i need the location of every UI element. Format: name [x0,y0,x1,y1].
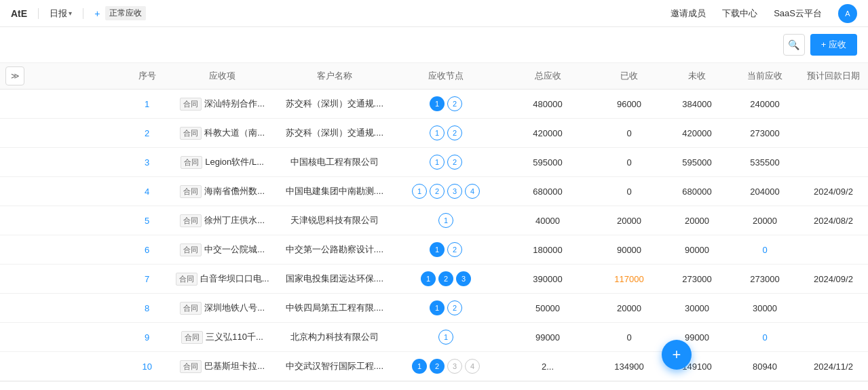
fab-add-button[interactable]: + [662,340,692,370]
row-seq[interactable]: 1 [127,90,168,119]
row-paid: 0 [595,177,663,206]
node-circle[interactable]: 3 [447,184,462,199]
row-type: 合同深汕特别合作... [168,90,278,119]
row-unpaid: 384000 [663,90,731,119]
row-seq[interactable]: 6 [127,235,168,265]
row-seq[interactable]: 2 [127,119,168,148]
row-paid: 20000 [595,206,663,235]
node-circle[interactable]: 1 [430,242,445,257]
row-current: 30000 [731,294,799,323]
row-client: 天津锐思科技有限公司 [278,206,392,235]
expand-toggle[interactable]: ≫ [5,66,24,85]
row-unpaid: 595000 [663,148,731,177]
node-circle[interactable]: 1 [412,359,427,374]
row-expand [0,352,127,381]
node-circle[interactable]: 1 [430,96,445,111]
row-seq[interactable]: 10 [127,352,168,381]
col-type: 应收项 [168,63,278,90]
download-center-link[interactable]: 下载中心 [722,7,757,20]
node-circle[interactable]: 1 [438,213,453,228]
pagination: 共 148 条 20条/页 50条/页 100条/页 ‹ 1 2 3 4 5 6… [0,381,868,390]
node-circle[interactable]: 4 [465,184,480,199]
row-expand [0,265,127,294]
row-unpaid: 273000 [663,265,731,294]
row-client: 国家电投集团远达环保.... [278,265,392,294]
node-circle[interactable]: 1 [438,330,453,345]
table-row: 3合同Legion软件/L...中国核电工程有限公司12595000059500… [0,148,868,177]
header-divider [38,8,39,19]
row-date: 2024/09/2 [799,177,868,206]
row-seq[interactable]: 4 [127,177,168,206]
node-circle[interactable]: 4 [465,359,480,374]
daily-menu[interactable]: 日报 ▾ [50,7,72,20]
node-circle[interactable]: 2 [447,242,462,257]
toolbar: 🔍 + 应收 [0,27,868,63]
receivable-table: ≫ 序号 应收项 客户名称 应收节点 总应收 已收 未收 当前应收 预计回款日期… [0,63,868,381]
search-button[interactable]: 🔍 [783,34,805,56]
node-circle[interactable]: 2 [447,300,462,315]
row-expand [0,294,127,323]
node-circle[interactable]: 3 [456,271,471,286]
row-nodes: 12 [392,235,500,265]
node-circle[interactable]: 3 [447,359,462,374]
row-total: 480000 [500,90,595,119]
node-circle[interactable]: 2 [447,96,462,111]
row-unpaid: 420000 [663,119,731,148]
row-type: 合同海南省儋州数... [168,177,278,206]
row-expand [0,206,127,235]
row-current: 80940 [731,352,799,381]
row-nodes: 123 [392,265,500,294]
node-circle[interactable]: 1 [430,155,445,170]
row-paid: 134900 [595,352,663,381]
expand-column: ≫ [0,63,127,90]
node-circle[interactable]: 1 [412,184,427,199]
row-unpaid: 20000 [663,206,731,235]
row-nodes: 1 [392,323,500,352]
node-circle[interactable]: 1 [421,271,436,286]
node-circle[interactable]: 2 [430,184,445,199]
row-client: 苏交科（深圳）交通规.... [278,90,392,119]
col-total: 已收 [595,63,663,90]
row-current: 273000 [731,119,799,148]
row-seq[interactable]: 3 [127,148,168,177]
avatar[interactable]: A [838,4,857,23]
saas-platform-link[interactable]: SaaS云平台 [774,7,822,20]
node-circle[interactable]: 2 [447,155,462,170]
row-date: 2024/08/2 [799,206,868,235]
row-current: 204000 [731,177,799,206]
node-circle[interactable]: 1 [430,300,445,315]
table-row: 8合同深圳地铁八号...中铁四局第五工程有限....12500002000030… [0,294,868,323]
row-total: 390000 [500,265,595,294]
row-unpaid: 680000 [663,177,731,206]
row-nodes: 1 [392,206,500,235]
row-total: 420000 [500,119,595,148]
row-date [799,235,868,265]
row-client: 中交第一公路勘察设计.... [278,235,392,265]
row-date: 2024/09/2 [799,265,868,294]
table-body: 1合同深汕特别合作...苏交科（深圳）交通规....12480000960003… [0,90,868,381]
row-unpaid: 90000 [663,235,731,265]
row-seq[interactable]: 9 [127,323,168,352]
row-current: 20000 [731,206,799,235]
row-nodes: 12 [392,90,500,119]
node-circle[interactable]: 1 [430,125,445,140]
row-paid: 90000 [595,235,663,265]
add-normal-receivable-icon[interactable]: + [94,8,100,19]
col-node: 总应收 [500,63,595,90]
table-row: 1合同深汕特别合作...苏交科（深圳）交通规....12480000960003… [0,90,868,119]
row-client: 北京构力科技有限公司 [278,323,392,352]
row-nodes: 12 [392,119,500,148]
node-circle[interactable]: 2 [430,359,445,374]
node-circle[interactable]: 2 [447,125,462,140]
invite-members-link[interactable]: 邀请成员 [671,7,706,20]
row-total: 50000 [500,294,595,323]
row-date [799,90,868,119]
row-seq[interactable]: 8 [127,294,168,323]
row-total: 680000 [500,177,595,206]
row-date [799,119,868,148]
add-receivable-button[interactable]: + 应收 [810,34,857,56]
row-seq[interactable]: 7 [127,265,168,294]
row-seq[interactable]: 5 [127,206,168,235]
node-circle[interactable]: 2 [438,271,453,286]
table-row: 7合同白音华坝口口电...国家电投集团远达环保....1233900001170… [0,265,868,294]
